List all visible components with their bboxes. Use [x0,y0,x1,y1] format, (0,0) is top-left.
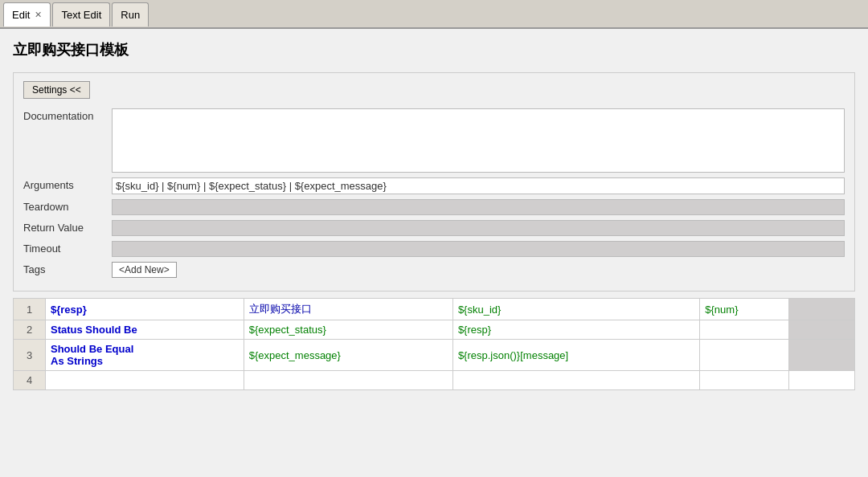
table-row: 1${resp}立即购买接口${sku_id}${num} [14,299,855,320]
row-number: 4 [14,371,46,390]
table-cell[interactable]: ${resp.json()}[message] [452,340,699,371]
teardown-label: Teardown [23,199,112,213]
documentation-input[interactable] [112,108,845,173]
settings-panel: Settings << Documentation Arguments ${sk… [13,72,855,292]
table-row: 3Should Be Equal As Strings${expect_mess… [14,340,855,371]
table-cell[interactable]: ${expect_message} [244,340,452,371]
settings-toggle-button[interactable]: Settings << [23,81,90,99]
main-content: 立即购买接口模板 Settings << Documentation Argum… [0,29,868,398]
timeout-input[interactable] [112,241,845,257]
row-number: 1 [14,299,46,320]
table-cell[interactable]: ${num} [700,299,789,320]
arguments-row: Arguments ${sku_id} | ${num} | ${expect_… [23,177,845,194]
tab-run-label: Run [121,9,140,21]
table-cell[interactable]: ${resp} [46,299,244,320]
tab-text-edit[interactable]: Text Edit [52,2,110,26]
table-row: 2Status Should Be${expect_status}${resp} [14,320,855,340]
return-value-row: Return Value [23,220,845,236]
return-value-input[interactable] [112,220,845,236]
row-number: 3 [14,340,46,371]
table-cell[interactable]: ${expect_status} [244,320,452,340]
tags-label: Tags [23,262,112,275]
teardown-row: Teardown [23,199,845,215]
documentation-label: Documentation [23,108,112,122]
return-value-label: Return Value [23,220,112,234]
table-cell[interactable]: Status Should Be [46,320,244,340]
add-new-button[interactable]: <Add New> [112,262,177,278]
teardown-input[interactable] [112,199,845,215]
tags-row: Tags <Add New> [23,262,845,278]
tags-container: <Add New> [112,262,845,278]
table-cell[interactable]: ${sku_id} [452,299,699,320]
table-cell[interactable] [46,371,244,390]
documentation-row: Documentation [23,108,845,173]
table-cell[interactable]: Should Be Equal As Strings [46,340,244,371]
table-cell[interactable]: ${resp} [452,320,699,340]
table-cell[interactable] [700,371,789,390]
table-cell[interactable] [700,340,789,371]
tab-bar: Edit ✕ Text Edit Run [0,0,868,29]
tab-run[interactable]: Run [112,2,149,26]
tab-edit-label: Edit [12,9,30,21]
table-cell[interactable] [244,371,452,390]
table-cell[interactable] [789,340,855,371]
close-icon[interactable]: ✕ [35,10,42,20]
timeout-label: Timeout [23,241,112,255]
table-cell[interactable] [789,299,855,320]
page-title: 立即购买接口模板 [13,37,855,63]
table-row: 4 [14,371,855,390]
tab-text-edit-label: Text Edit [61,9,101,21]
keyword-table: 1${resp}立即购买接口${sku_id}${num}2Status Sho… [13,298,855,390]
table-cell[interactable]: 立即购买接口 [244,299,452,320]
keyword-table-wrapper: 1${resp}立即购买接口${sku_id}${num}2Status Sho… [13,292,855,390]
timeout-row: Timeout [23,241,845,257]
table-cell[interactable] [452,371,699,390]
table-cell[interactable] [789,320,855,340]
table-cell[interactable] [700,320,789,340]
arguments-label: Arguments [23,177,112,191]
table-cell[interactable] [789,371,855,390]
arguments-input[interactable]: ${sku_id} | ${num} | ${expect_status} | … [112,177,845,194]
row-number: 2 [14,320,46,340]
tab-edit[interactable]: Edit ✕ [3,2,51,26]
